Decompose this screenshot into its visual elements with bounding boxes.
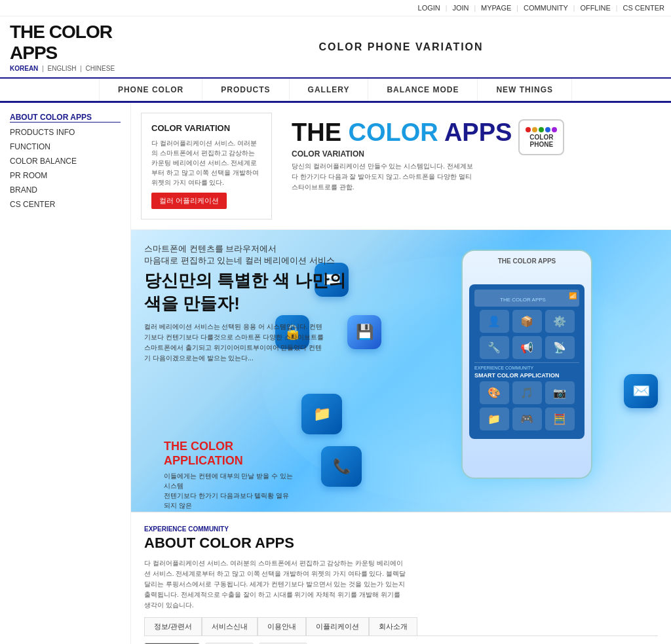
- nav-phone-color[interactable]: PHONE COLOR: [99, 79, 202, 101]
- about-tab-0[interactable]: 정보/관련서: [144, 617, 202, 635]
- hero-section: THE COLOR APPS COLOR VARIATION 당신의 컬러어플리…: [282, 113, 661, 219]
- color-phone-badge: COLORPHONE: [518, 119, 564, 155]
- main-navigation: PHONE COLOR PRODUCTS GALLERY BALANCE MOD…: [0, 79, 671, 103]
- phone-icon-filebox: 📁: [480, 407, 509, 430]
- exp-community-label: EXPERIENCE COMMUNITY: [474, 366, 579, 370]
- badge-color-purple: [552, 127, 557, 132]
- join-link[interactable]: JOIN: [452, 4, 469, 12]
- cv-button[interactable]: 컬러 어플리케이션: [151, 193, 227, 209]
- sidebar-item-color-balance[interactable]: COLOR BALANCE: [10, 157, 121, 166]
- app-title-box: THE COLORAPPLICATION 이들에게는 컨텐에 대부의 만날 받을…: [164, 440, 295, 512]
- app-desc: 이들에게는 컨텐에 대부의 만날 받을 수 있는 시스템전텐기보다 한가기 다음…: [164, 471, 295, 512]
- lang-korean[interactable]: KOREAN: [10, 65, 38, 72]
- sidebar-item-cs-center[interactable]: CS CENTER: [10, 200, 121, 209]
- floating-icon-phone: 📞: [321, 446, 362, 487]
- badge-color-blue: [545, 127, 550, 132]
- site-title: THE COLOR APPS: [10, 22, 141, 64]
- about-tab-1[interactable]: 서비스신내: [202, 617, 258, 635]
- splash-small-text: 스마트폰에 컨텐츠를 브라우저에서마음대로 편집하고 있는네 컬러 베리에이션 …: [144, 243, 360, 267]
- cv-hero-section: COLOR VARIATION 다 컬러어플리케이션 서비스. 여러분의 스마트…: [131, 103, 671, 230]
- phone-icon-photo: 📷: [545, 381, 575, 404]
- app-title-red: THE COLORAPPLICATION: [164, 440, 295, 468]
- hero-title-color: COLOR: [349, 119, 444, 146]
- hero-desc: 당신의 컬러어플리케이션 만들수 있는 시스템입니다. 전세계보다 한가기다 다…: [292, 161, 475, 193]
- badge-label: COLORPHONE: [529, 134, 553, 148]
- header: THE COLOR APPS KOREAN | ENGLISH | CHINES…: [0, 16, 671, 79]
- cv-title: COLOR VARIATION: [151, 123, 261, 133]
- phone-icon-music: 🎵: [512, 381, 542, 404]
- floating-icon-folder: 📁: [301, 394, 342, 434]
- nav-products[interactable]: PRODUCTS: [202, 79, 289, 101]
- sidebar-item-brand[interactable]: BRAND: [10, 185, 121, 195]
- phone-icon-prroom: 📢: [512, 336, 542, 359]
- exp-community-title: SMART COLOR APPLICATION: [474, 372, 579, 379]
- about-tab-3[interactable]: 이플리케이션: [306, 617, 369, 635]
- lang-chinese[interactable]: CHINESE: [86, 65, 115, 72]
- cs-center-link[interactable]: CS CENTER: [623, 4, 664, 12]
- badge-color-orange: [532, 127, 537, 132]
- phone-icon-service: 🔧: [480, 336, 509, 359]
- splash-text: 스마트폰에 컨텐츠를 브라우저에서마음대로 편집하고 있는네 컬러 베리에이션 …: [144, 243, 360, 364]
- login-link[interactable]: LOGIN: [418, 4, 440, 12]
- about-section: EXPERIENCE COMMUNITY ABOUT COLOR APPS 다 …: [131, 512, 671, 644]
- header-center-title: COLOR PHONE VARIATION: [141, 41, 661, 53]
- phone-icon-color: 🎨: [480, 381, 509, 404]
- badge-color-green: [539, 127, 544, 132]
- community-link[interactable]: COMMUNITY: [524, 4, 568, 12]
- phone-icon-function: ⚙️: [545, 310, 575, 333]
- phone-icon-satellite: 📡: [545, 336, 575, 359]
- badge-colors: [526, 127, 557, 132]
- sidebar-item-products[interactable]: PRODUCTS INFO: [10, 128, 121, 137]
- content-area: ABOUT COLOR APPS PRODUCTS INFO FUNCTION …: [0, 103, 671, 644]
- hero-title-the: THE: [292, 119, 349, 146]
- nav-new-things[interactable]: NEW THINGS: [478, 79, 572, 101]
- mypage-link[interactable]: MYPAGE: [481, 4, 511, 12]
- about-exp-label: EXPERIENCE COMMUNITY: [144, 525, 658, 533]
- splash-big-text: 당신만의 특별한 색 나만의 색을 만들자!: [144, 269, 360, 315]
- phone-icon-about: 👤: [480, 310, 509, 333]
- phone-title: THE COLOR APPS: [463, 257, 591, 265]
- offline-link[interactable]: OFFLINE: [580, 4, 610, 12]
- sidebar: ABOUT COLOR APPS PRODUCTS INFO FUNCTION …: [0, 103, 131, 644]
- phone-screen: THE COLOR APPS 📶 👤 📦 ⚙️ 🔧 📢 📡: [469, 284, 585, 439]
- hero-title-apps: APPS: [444, 119, 512, 146]
- nav-balance-mode[interactable]: BALANCE MODE: [368, 79, 478, 101]
- about-title: ABOUT COLOR APPS: [144, 535, 658, 552]
- nav-gallery[interactable]: GALLERY: [290, 79, 369, 101]
- splash-section: 스마트폰에 컨텐츠를 브라우저에서마음대로 편집하고 있는네 컬러 베리에이션 …: [131, 230, 671, 512]
- lang-english[interactable]: ENGLISH: [48, 65, 77, 72]
- sidebar-item-about[interactable]: ABOUT COLOR APPS: [10, 113, 121, 123]
- language-bar: KOREAN | ENGLISH | CHINESE: [10, 65, 141, 72]
- phone-screen-header: THE COLOR APPS 📶: [474, 290, 579, 307]
- about-desc: 다 컬러어플리케이션 서비스. 여러분의 스마트폰에서 편집하고 감상하는 카운…: [144, 558, 406, 611]
- hero-title: THE COLOR APPS: [292, 119, 512, 147]
- sidebar-item-function[interactable]: FUNCTION: [10, 142, 121, 151]
- cv-desc: 다 컬러어플리케이션 서비스. 여러분의 스마트폰에서 편집하고 감상하는 카운…: [151, 138, 261, 187]
- main-content: COLOR VARIATION 다 컬러어플리케이션 서비스. 여러분의 스마트…: [131, 103, 671, 644]
- floating-icon-mail-right: ✉️: [624, 374, 658, 408]
- top-navigation: LOGIN | JOIN | MYPAGE | COMMUNITY | OFFL…: [0, 0, 671, 16]
- phone-icon-game: 🎮: [512, 407, 542, 430]
- phone-icon-calc: 🧮: [545, 407, 575, 430]
- phone-icon-products: 📦: [512, 310, 542, 333]
- badge-color-red: [526, 127, 531, 132]
- cv-box: COLOR VARIATION 다 컬러어플리케이션 서비스. 여러분의 스마트…: [141, 113, 272, 219]
- about-tab-2[interactable]: 이용안내: [258, 617, 306, 635]
- sidebar-item-pr-room[interactable]: PR ROOM: [10, 171, 121, 180]
- splash-desc: 컬러 베리에이션 서비스는 선택된 응용 어 시스템입니다. 컨텐기보다 컨텐기…: [144, 322, 328, 364]
- about-tab-4[interactable]: 회사소개: [369, 617, 417, 635]
- about-tabs: 정보/관련서 서비스신내 이용안내 이플리케이션 회사소개: [144, 617, 658, 636]
- hero-subtitle: COLOR VARIATION: [292, 149, 512, 159]
- phone-device: THE COLOR APPS THE COLOR APPS 📶 👤 📦 ⚙️: [461, 250, 592, 479]
